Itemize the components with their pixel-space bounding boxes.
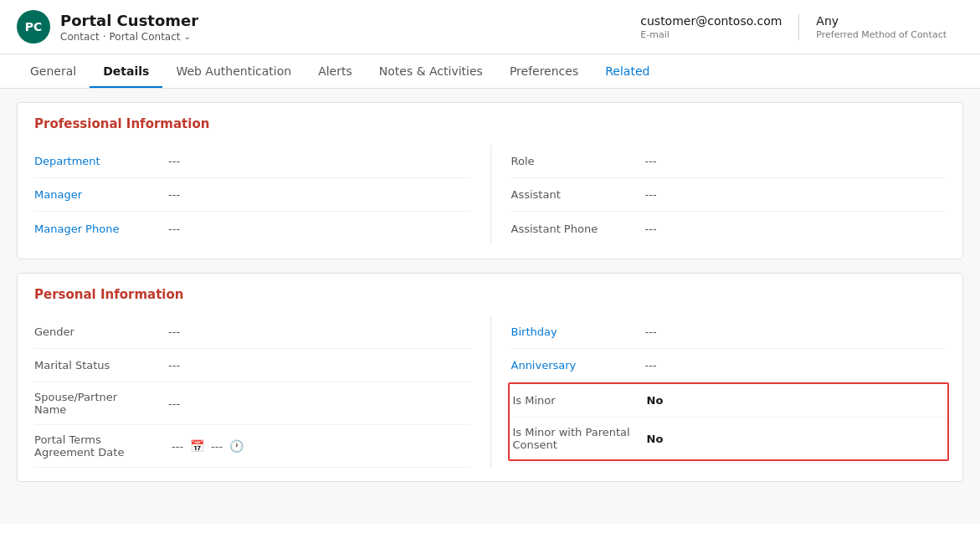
- department-row: Department ---: [34, 145, 470, 178]
- nav-tabs: General Details Web Authentication Alert…: [0, 54, 980, 89]
- email-value: customer@contoso.com: [640, 14, 782, 28]
- personal-form-grid: Gender --- Marital Status --- Spouse/Par…: [34, 315, 946, 468]
- manager-phone-value: ---: [168, 223, 180, 235]
- assistant-value: ---: [645, 188, 657, 201]
- is-minor-parental-value: No: [647, 433, 664, 445]
- manager-value: ---: [168, 188, 180, 201]
- portal-terms-row: Portal TermsAgreement Date --- 📅 --- 🕐: [34, 425, 470, 468]
- assistant-label: Assistant: [511, 188, 645, 201]
- email-label: E-mail: [640, 29, 782, 40]
- portal-terms-value: ---: [172, 440, 183, 453]
- spouse-name-label: Spouse/PartnerName: [34, 391, 168, 416]
- gender-value: ---: [168, 325, 180, 338]
- subtitle-subtype: Portal Contact: [110, 31, 181, 43]
- assistant-row: Assistant ---: [511, 178, 947, 212]
- avatar: PC: [17, 10, 50, 44]
- marital-status-value: ---: [168, 359, 180, 372]
- tab-details[interactable]: Details: [90, 54, 162, 88]
- header-left: PC Portal Customer Contact · Portal Cont…: [17, 10, 198, 44]
- manager-phone-row: Manager Phone ---: [34, 212, 470, 245]
- preferred-method-meta: Any Preferred Method of Contact: [798, 14, 963, 40]
- anniversary-row: Anniversary ---: [511, 349, 947, 382]
- assistant-phone-row: Assistant Phone ---: [511, 212, 947, 245]
- header-identity: Portal Customer Contact · Portal Contact…: [60, 12, 198, 43]
- personal-information-section: Personal Information Gender --- Marital …: [17, 273, 963, 482]
- department-label: Department: [34, 155, 168, 167]
- manager-label: Manager: [34, 188, 168, 201]
- personal-right-col: Birthday --- Anniversary --- Is Minor No…: [490, 315, 947, 468]
- department-value: ---: [168, 155, 180, 167]
- role-value: ---: [645, 155, 657, 167]
- manager-row: Manager ---: [34, 178, 470, 212]
- tab-alerts[interactable]: Alerts: [305, 54, 366, 88]
- subtitle-separator: ·: [103, 31, 106, 43]
- marital-status-label: Marital Status: [34, 359, 168, 372]
- manager-phone-label: Manager Phone: [34, 223, 168, 235]
- personal-left-col: Gender --- Marital Status --- Spouse/Par…: [34, 315, 490, 468]
- birthday-label: Birthday: [511, 325, 645, 338]
- contact-subtitle: Contact · Portal Contact ⌄: [60, 31, 198, 43]
- tab-preferences[interactable]: Preferences: [496, 54, 592, 88]
- calendar-icon[interactable]: 📅: [190, 439, 204, 453]
- email-meta: customer@contoso.com E-mail: [623, 14, 798, 40]
- birthday-value: ---: [645, 325, 657, 338]
- is-minor-parental-label: Is Minor with ParentalConsent: [513, 426, 647, 451]
- marital-status-row: Marital Status ---: [34, 349, 470, 382]
- personal-section-title: Personal Information: [34, 287, 946, 302]
- portal-terms-label: Portal TermsAgreement Date: [34, 433, 168, 459]
- spouse-name-row: Spouse/PartnerName ---: [34, 382, 470, 425]
- header-meta: customer@contoso.com E-mail Any Preferre…: [623, 14, 963, 40]
- subtitle-type: Contact: [60, 31, 100, 43]
- professional-section-title: Professional Information: [34, 116, 946, 131]
- clock-icon[interactable]: 🕐: [229, 439, 244, 453]
- is-minor-label: Is Minor: [513, 394, 647, 407]
- anniversary-label: Anniversary: [511, 359, 645, 372]
- tab-notes-activities[interactable]: Notes & Activities: [366, 54, 496, 88]
- gender-row: Gender ---: [34, 315, 470, 349]
- contact-name: Portal Customer: [60, 12, 198, 29]
- role-label: Role: [511, 155, 645, 167]
- preferred-method-label: Preferred Method of Contact: [816, 29, 947, 40]
- is-minor-parental-row: Is Minor with ParentalConsent No: [510, 418, 948, 459]
- birthday-row: Birthday ---: [511, 315, 947, 349]
- professional-left-col: Department --- Manager --- Manager Phone…: [34, 145, 490, 245]
- portal-terms-extra-value: ---: [211, 440, 223, 453]
- preferred-method-value: Any: [816, 14, 947, 28]
- tab-general[interactable]: General: [17, 54, 90, 88]
- highlighted-minor-block: Is Minor No Is Minor with ParentalConsen…: [508, 382, 950, 461]
- header: PC Portal Customer Contact · Portal Cont…: [0, 0, 980, 54]
- professional-information-section: Professional Information Department --- …: [17, 102, 963, 259]
- main-content: Professional Information Department --- …: [0, 89, 980, 524]
- assistant-phone-value: ---: [645, 223, 657, 235]
- tab-web-authentication[interactable]: Web Authentication: [162, 54, 305, 88]
- is-minor-value: No: [647, 394, 664, 407]
- professional-form-grid: Department --- Manager --- Manager Phone…: [34, 145, 946, 245]
- spouse-name-value: ---: [168, 397, 180, 410]
- tab-related[interactable]: Related: [592, 54, 663, 88]
- assistant-phone-label: Assistant Phone: [511, 223, 645, 235]
- professional-right-col: Role --- Assistant --- Assistant Phone -…: [490, 145, 947, 245]
- chevron-down-icon[interactable]: ⌄: [184, 32, 191, 41]
- role-row: Role ---: [511, 145, 947, 178]
- is-minor-row: Is Minor No: [510, 384, 948, 418]
- anniversary-value: ---: [645, 359, 657, 372]
- gender-label: Gender: [34, 325, 168, 338]
